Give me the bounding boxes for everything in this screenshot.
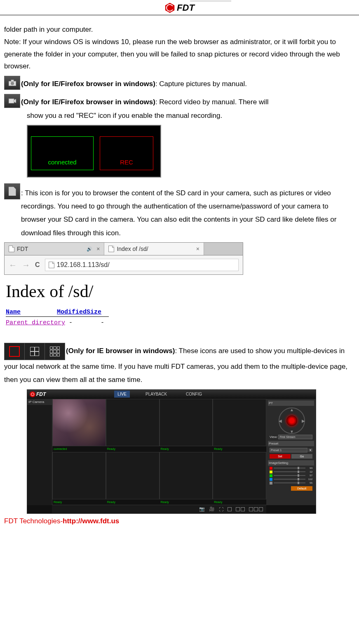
connected-box: connected — [31, 136, 94, 170]
file-icon — [49, 262, 54, 268]
sd-icon[interactable] — [4, 183, 20, 199]
multiview-icons[interactable] — [4, 343, 65, 360]
status-7: Ready — [160, 499, 213, 505]
speaker-icon: 🔊 — [87, 246, 92, 252]
view-cell-6[interactable] — [106, 452, 160, 499]
view-cell-1[interactable] — [52, 399, 106, 446]
grid-paragraph: (Only for IE browser in windows): These … — [4, 343, 355, 387]
sd-text: : This icon is for you to browser the co… — [21, 187, 355, 240]
tab-config[interactable]: CONFIG — [183, 391, 205, 398]
page-header: FDT — [0, 0, 359, 15]
index-heading: Index of /sd/ — [6, 281, 242, 301]
app-logo: FDT — [27, 391, 48, 397]
preset-select[interactable]: Preset 1 — [270, 448, 307, 452]
set-button[interactable]: Set — [270, 454, 291, 459]
imagesetting-label: ImageSetting — [268, 460, 314, 466]
status-8: Ready — [213, 499, 266, 505]
status-1: connected — [52, 446, 106, 452]
rec-icon[interactable]: 🎥 — [209, 506, 215, 512]
file-icon — [9, 246, 14, 252]
tab-playback[interactable]: PLAYBACK — [142, 391, 170, 398]
view-2x2-icon[interactable] — [25, 343, 45, 360]
go-button[interactable]: Go — [291, 454, 312, 459]
back-icon[interactable]: ← — [9, 260, 17, 270]
slider-5[interactable] — [274, 482, 305, 483]
stream-select[interactable]: First Stream — [278, 435, 312, 439]
record-text: (Only for IE/Firefox browser in windows)… — [21, 96, 269, 109]
view-cell-5[interactable] — [52, 452, 106, 499]
camera-list-head: IP Camera — [27, 399, 52, 405]
pt-label: PT — [268, 400, 314, 406]
view-cell-3[interactable] — [160, 399, 213, 446]
status-5: Ready — [52, 499, 106, 505]
footer-link[interactable]: http://www.fdt.us — [63, 517, 119, 525]
slider-4[interactable] — [274, 479, 305, 480]
col-modified[interactable]: Modified — [57, 309, 87, 316]
capture-icon[interactable] — [4, 76, 20, 90]
pt-control[interactable]: ▲▼ ◀▶ — [279, 407, 303, 432]
capture-text: (Only for IE/Firefox browser in windows)… — [21, 77, 247, 91]
fullscreen-icon[interactable]: ⛶ — [219, 507, 223, 512]
slider-3[interactable] — [274, 475, 305, 476]
intro-line: folder path in your computer. — [4, 23, 355, 36]
status-3: Ready — [160, 446, 213, 452]
col-size[interactable]: Size — [87, 309, 101, 316]
view-cell-8[interactable] — [213, 452, 266, 499]
brand-logo: FDT — [164, 2, 195, 13]
status-6: Ready — [106, 499, 160, 505]
forward-icon[interactable]: → — [22, 260, 30, 270]
file-icon — [108, 246, 114, 252]
close-icon[interactable]: × — [96, 246, 100, 252]
record-text-2: show you a red "REC" icon if you enable … — [27, 109, 355, 122]
view-3x3-icon[interactable] — [45, 343, 65, 360]
svg-point-2 — [11, 82, 14, 85]
tab-live[interactable]: LIVE — [114, 391, 130, 398]
footer: FDT Technologies-http://www.fdt.us — [4, 517, 355, 525]
col-name[interactable]: Name — [6, 309, 21, 316]
preset-label: Preset — [268, 441, 314, 446]
view-1x1-icon[interactable] — [5, 343, 25, 360]
app-screenshot: FDT LIVE PLAYBACK CONFIG IP Camera conne… — [27, 389, 316, 514]
slider-1[interactable] — [274, 468, 305, 468]
browser-tab-1[interactable]: FDT 🔊 × — [5, 243, 104, 255]
rec-box: REC — [100, 136, 153, 170]
rec-screenshot: connected REC — [27, 125, 161, 178]
close-icon[interactable]: × — [196, 246, 199, 252]
default-button[interactable]: Default — [291, 486, 312, 491]
record-icon[interactable] — [4, 94, 20, 108]
snap-icon[interactable]: 📷 — [199, 506, 205, 512]
slider-2[interactable] — [274, 471, 305, 472]
layout-1-icon[interactable] — [228, 507, 232, 511]
brand-name: FDT — [177, 2, 195, 13]
svg-marker-4 — [14, 99, 16, 103]
browser-tab-2[interactable]: Index of /sd/ × — [104, 243, 204, 255]
layout-9-icon[interactable] — [249, 507, 263, 511]
address-bar[interactable]: 192.168.1.113/sd/ — [45, 259, 239, 271]
svg-rect-1 — [11, 80, 13, 82]
svg-rect-3 — [9, 99, 14, 103]
view-cell-4[interactable] — [213, 399, 266, 446]
status-2: Ready — [106, 446, 160, 452]
intro-note: Note: If your windows OS is windows 10, … — [4, 36, 355, 73]
layout-4-icon[interactable] — [236, 507, 245, 511]
logo-icon — [164, 2, 175, 13]
status-4: Ready — [213, 446, 266, 452]
parent-dir-link[interactable]: Parent directory — [6, 319, 65, 326]
reload-icon[interactable]: C — [35, 261, 40, 269]
view-cell-7[interactable] — [160, 452, 213, 499]
browser-screenshot: FDT 🔊 × Index of /sd/ × ← → C 192.168.1.… — [4, 242, 243, 330]
view-cell-2[interactable] — [106, 399, 160, 446]
